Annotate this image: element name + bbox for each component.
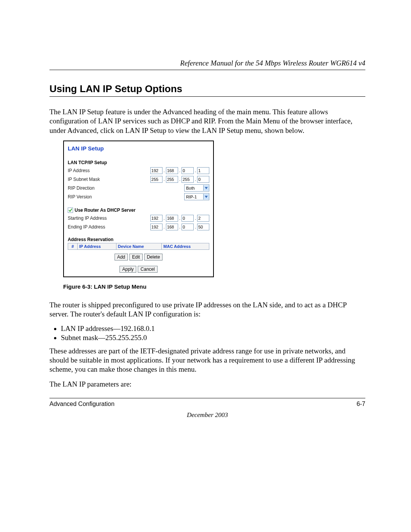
end-ip-octet-4[interactable] (197, 224, 209, 230)
ip-octet-2[interactable] (166, 167, 178, 174)
end-ip-octet-1[interactable] (150, 224, 162, 230)
title-rule (49, 96, 365, 97)
subnet-octet-3[interactable] (182, 176, 194, 183)
subnet-row: IP Subnet Mask . . . (68, 176, 209, 183)
subnet-octet-4[interactable] (197, 176, 209, 183)
start-ip-row: Starting IP Address . . . (68, 214, 209, 222)
address-reservation-label: Address Reservation (68, 237, 209, 242)
ui-panel-title: LAN IP Setup (68, 145, 209, 152)
rip-direction-select[interactable]: Both (184, 184, 209, 192)
subnet-input-group: . . . (150, 176, 209, 183)
header-rule (49, 70, 365, 70)
form-button-row: Apply Cancel (68, 266, 209, 273)
col-mac-address: MAC Address (162, 243, 209, 249)
running-head: Reference Manual for the 54 Mbps Wireles… (49, 59, 365, 67)
body-paragraph: These addresses are part of the IETF-des… (49, 347, 365, 374)
figure-caption: Figure 6-3: LAN IP Setup Menu (63, 283, 365, 290)
dhcp-checkbox[interactable] (68, 208, 73, 213)
reservation-button-row: Add Edit Delete (68, 254, 209, 260)
footer-date: December 2003 (49, 411, 365, 419)
start-ip-octet-4[interactable] (197, 215, 209, 222)
col-ip-address: IP Address (78, 243, 116, 249)
rip-version-value: RIP-1 (185, 195, 198, 199)
ip-octet-4[interactable] (197, 167, 209, 174)
add-button[interactable]: Add (115, 254, 128, 260)
page-footer: Advanced Configuration 6-7 December 2003 (49, 398, 365, 419)
router-ui-screenshot: LAN IP Setup LAN TCP/IP Setup IP Address… (63, 141, 214, 277)
ip-octet-3[interactable] (182, 167, 194, 174)
body-paragraph: The router is shipped preconfigured to u… (49, 300, 365, 319)
dhcp-checkbox-label: Use Router As DHCP Server (75, 208, 135, 213)
footer-section-name: Advanced Configuration (49, 401, 115, 407)
end-ip-row: Ending IP Address . . . (68, 223, 209, 231)
intro-paragraph: The LAN IP Setup feature is under the Ad… (49, 107, 365, 135)
subnet-octet-1[interactable] (150, 176, 162, 183)
subnet-octet-2[interactable] (166, 176, 178, 183)
ip-address-label: IP Address (68, 168, 90, 173)
ip-address-row: IP Address . . . (68, 167, 209, 174)
cancel-button[interactable]: Cancel (138, 266, 157, 273)
apply-button[interactable]: Apply (119, 266, 136, 273)
start-ip-octet-2[interactable] (166, 215, 178, 222)
col-index: # (68, 243, 78, 249)
dhcp-checkbox-row: Use Router As DHCP Server (68, 208, 209, 213)
footer-rule (49, 398, 365, 398)
address-reservation-table: # IP Address Device Name MAC Address (68, 243, 209, 250)
rip-version-select[interactable]: RIP-1 (184, 193, 209, 200)
list-item: Subnet mask—255.255.255.0 (61, 334, 365, 342)
ip-octet-1[interactable] (150, 167, 162, 174)
footer-page-number: 6-7 (357, 401, 365, 407)
ip-address-input-group: . . . (150, 167, 209, 174)
body-paragraph: The LAN IP parameters are: (49, 380, 365, 389)
tcpip-section-label: LAN TCP/IP Setup (68, 160, 209, 165)
delete-button[interactable]: Delete (144, 254, 163, 260)
end-ip-label: Ending IP Address (68, 224, 105, 230)
start-ip-label: Starting IP Address (68, 216, 107, 221)
end-ip-octet-2[interactable] (166, 224, 178, 230)
rip-direction-row: RIP Direction Both (68, 184, 209, 192)
list-item: LAN IP addresses—192.168.0.1 (61, 324, 365, 333)
manual-page: Reference Manual for the 54 Mbps Wireles… (0, 0, 411, 442)
edit-button[interactable]: Edit (129, 254, 143, 260)
end-ip-octet-3[interactable] (182, 224, 194, 230)
figure: LAN IP Setup LAN TCP/IP Setup IP Address… (63, 141, 365, 290)
start-ip-octet-3[interactable] (182, 215, 194, 222)
end-ip-input-group: . . . (150, 224, 209, 230)
rip-version-label: RIP Version (68, 194, 92, 200)
chevron-down-icon (203, 194, 209, 200)
section-title: Using LAN IP Setup Options (49, 83, 365, 95)
start-ip-input-group: . . . (150, 215, 209, 222)
default-config-list: LAN IP addresses—192.168.0.1 Subnet mask… (49, 324, 365, 342)
rip-direction-value: Both (185, 186, 196, 190)
chevron-down-icon (203, 185, 209, 191)
rip-direction-label: RIP Direction (68, 185, 94, 191)
start-ip-octet-1[interactable] (150, 215, 162, 222)
col-device-name: Device Name (116, 243, 162, 249)
subnet-label: IP Subnet Mask (68, 177, 100, 182)
rip-version-row: RIP Version RIP-1 (68, 193, 209, 201)
